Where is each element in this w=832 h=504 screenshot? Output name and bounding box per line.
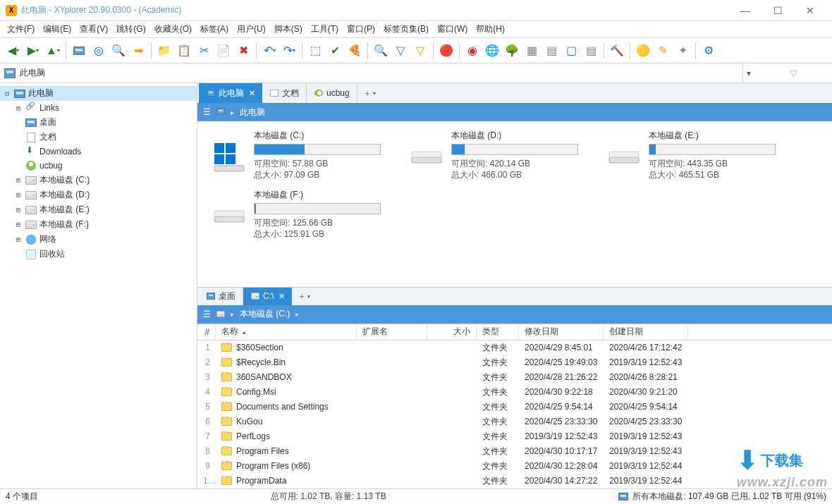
menu-icon[interactable]: ☰: [203, 309, 211, 319]
expand-icon[interactable]: ⊟: [3, 90, 11, 97]
menu-item[interactable]: 窗口(W): [433, 21, 472, 37]
redo-button[interactable]: ↷▾: [280, 42, 298, 60]
column-type[interactable]: 类型: [477, 324, 519, 340]
settings-icon[interactable]: ⚙: [699, 42, 718, 60]
list-row[interactable]: 7 PerfLogs 文件夹 2019/3/19 12:52:43 2019/3…: [197, 429, 832, 444]
search-icon[interactable]: 🔍: [109, 42, 128, 60]
pencil-icon[interactable]: ✎: [654, 42, 672, 60]
tree-node[interactable]: ⊞ 本地磁盘 (D:): [0, 188, 197, 202]
menu-item[interactable]: 标签(A): [196, 21, 233, 37]
menu-item[interactable]: 用户(U): [233, 21, 270, 37]
film-icon[interactable]: ▤: [582, 42, 600, 60]
check-icon[interactable]: ✔: [326, 42, 344, 60]
minimize-button[interactable]: —: [729, 1, 761, 20]
funnel-icon[interactable]: ▽: [391, 42, 410, 60]
column-number[interactable]: #: [197, 324, 216, 340]
maximize-button[interactable]: ☐: [761, 1, 794, 20]
tab[interactable]: C:\ ✕: [243, 288, 292, 305]
goto-icon[interactable]: ➡: [129, 42, 147, 60]
breadcrumb-item[interactable]: 本地磁盘 (C:): [240, 308, 290, 320]
column-ext[interactable]: 扩展名: [357, 324, 427, 340]
menu-item[interactable]: 文件(F): [3, 21, 39, 37]
tab[interactable]: ucbug: [307, 83, 357, 103]
column-size[interactable]: 大小: [427, 324, 477, 340]
spiral-icon[interactable]: ◉: [463, 42, 482, 60]
funnel-plus-icon[interactable]: ▽: [411, 42, 429, 60]
blobs-icon[interactable]: 🟡: [634, 42, 652, 60]
drive-item[interactable]: 本地磁盘 (E:) 可用空间: 443.35 GB 总大小: 465.51 GB: [606, 130, 797, 180]
computer-icon[interactable]: [70, 42, 88, 60]
address-path[interactable]: 此电脑: [0, 63, 743, 82]
expand-icon[interactable]: ⊞: [14, 191, 23, 199]
add-tab-button[interactable]: ＋ ▾: [292, 288, 316, 305]
close-icon[interactable]: ✕: [279, 292, 285, 301]
select-icon[interactable]: ⬚: [306, 42, 324, 60]
tab[interactable]: 此电脑 ✕: [199, 83, 262, 103]
tree-node[interactable]: ⊞ 网络: [0, 232, 197, 247]
grid-icon[interactable]: ▦: [522, 42, 541, 60]
column-modified[interactable]: 修改日期: [519, 324, 604, 340]
menu-icon[interactable]: ☰: [203, 107, 211, 117]
close-button[interactable]: ✕: [794, 1, 826, 20]
menu-item[interactable]: 窗口(P): [343, 21, 379, 37]
drive-item[interactable]: 本地磁盘 (D:) 可用空间: 420.14 GB 总大小: 466.00 GB: [409, 130, 599, 180]
list-row[interactable]: 3 360SANDBOX 文件夹 2020/4/28 21:26:22 2020…: [197, 370, 832, 385]
drive-item[interactable]: 本地磁盘 (F:) 可用空间: 125.66 GB 总大小: 125.91 GB: [212, 189, 402, 240]
expand-icon[interactable]: ⊞: [14, 235, 23, 243]
list-row[interactable]: 9 Program Files (x86) 文件夹 2020/4/30 12:2…: [197, 459, 832, 474]
wand-icon[interactable]: ✦: [673, 42, 692, 60]
tree-node[interactable]: 文档: [0, 130, 197, 145]
address-dropdown[interactable]: ▾: [743, 68, 754, 78]
menu-item[interactable]: 脚本(S): [270, 21, 307, 37]
zoom-icon[interactable]: 🔍: [372, 42, 390, 60]
tree-node[interactable]: ucbug: [0, 159, 197, 173]
back-button[interactable]: ◀▾: [4, 42, 23, 60]
list-row[interactable]: 1 $360Section 文件夹 2020/4/29 8:45:01 2020…: [197, 340, 832, 355]
filter-icon[interactable]: ▽: [754, 63, 832, 82]
tree-icon[interactable]: 🌳: [503, 42, 521, 60]
palette-icon[interactable]: 🔴: [437, 42, 455, 60]
up-button[interactable]: ▲▾: [44, 42, 62, 60]
expand-icon[interactable]: ⊞: [14, 221, 23, 228]
list-row[interactable]: 4 Config.Msi 文件夹 2020/4/30 9:22:18 2020/…: [197, 385, 832, 400]
close-icon[interactable]: ✕: [249, 89, 255, 98]
globe-icon[interactable]: 🌐: [483, 42, 501, 60]
pizza-icon[interactable]: 🍕: [345, 42, 364, 60]
menu-item[interactable]: 编辑(E): [39, 21, 75, 37]
target-icon[interactable]: ◎: [90, 42, 108, 60]
forward-button[interactable]: ▶▾: [24, 42, 42, 60]
column-created[interactable]: 创建日期: [604, 324, 688, 340]
tree-node[interactable]: ⊞ 本地磁盘 (C:): [0, 173, 197, 188]
calendar-icon[interactable]: ▤: [542, 42, 561, 60]
menu-item[interactable]: 标签页集(B): [379, 21, 433, 37]
cut-icon[interactable]: ✂: [195, 42, 213, 60]
breadcrumb-item[interactable]: 此电脑: [240, 106, 265, 118]
list-row[interactable]: 2 $Recycle.Bin 文件夹 2020/4/25 19:49:03 20…: [197, 355, 832, 370]
paste-icon[interactable]: 📄: [214, 42, 233, 60]
list-row[interactable]: 5 Documents and Settings 文件夹 2020/4/25 9…: [197, 400, 832, 414]
menu-item[interactable]: 帮助(H): [472, 21, 509, 37]
expand-icon[interactable]: ⊞: [14, 176, 23, 184]
list-row[interactable]: 6 KuGou 文件夹 2020/4/25 23:33:30 2020/4/25…: [197, 414, 832, 429]
expand-icon[interactable]: ⊞: [14, 104, 23, 112]
tree-node[interactable]: ⊞ Links: [0, 101, 197, 115]
new-folder-icon[interactable]: 📁: [155, 42, 173, 60]
column-name[interactable]: 名称▴: [216, 324, 357, 340]
copy-icon[interactable]: 📋: [175, 42, 193, 60]
add-tab-button[interactable]: ＋ ▾: [357, 83, 381, 103]
tree-node[interactable]: Downloads: [0, 145, 197, 159]
tree-node[interactable]: 回收站: [0, 247, 197, 262]
drive-item[interactable]: 本地磁盘 (C:) 可用空间: 57.88 GB 总大小: 97.09 GB: [212, 130, 402, 180]
tab[interactable]: 文档: [262, 83, 307, 103]
delete-icon[interactable]: ✖: [234, 42, 252, 60]
tree-node[interactable]: ⊟ 此电脑: [0, 86, 197, 101]
hammer-icon[interactable]: 🔨: [608, 42, 626, 60]
menu-item[interactable]: 收藏夹(O): [150, 21, 196, 37]
tab[interactable]: 桌面: [199, 288, 243, 305]
tree-node[interactable]: ⊞ 本地磁盘 (E:): [0, 202, 197, 217]
menu-item[interactable]: 查看(V): [75, 21, 112, 37]
expand-icon[interactable]: ⊞: [14, 206, 23, 214]
tree-node[interactable]: 桌面: [0, 115, 197, 130]
tree-node[interactable]: ⊞ 本地磁盘 (F:): [0, 217, 197, 232]
menu-item[interactable]: 跳转(G): [112, 21, 149, 37]
